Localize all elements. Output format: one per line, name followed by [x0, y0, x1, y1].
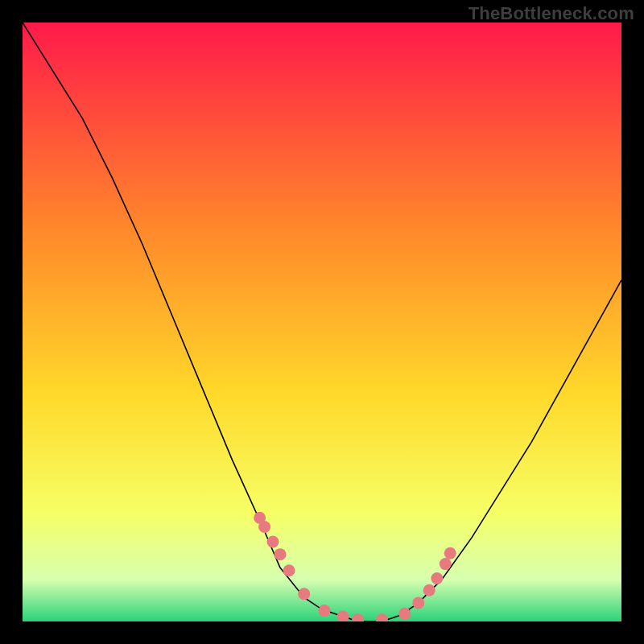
marker-dot	[444, 547, 456, 559]
watermark-text: TheBottleneck.com	[469, 3, 634, 24]
marker-dot	[376, 613, 388, 621]
marker-dot	[352, 613, 364, 621]
marker-dot	[440, 558, 452, 570]
marker-dot	[412, 597, 424, 609]
marker-dot	[337, 611, 349, 621]
highlight-markers	[23, 23, 621, 621]
marker-dot	[298, 588, 310, 600]
marker-dot	[398, 608, 411, 620]
marker-dot	[283, 564, 295, 576]
plot-area	[23, 23, 621, 621]
marker-dot	[258, 521, 270, 533]
marker-dot	[318, 605, 330, 617]
marker-dot	[266, 536, 279, 548]
marker-dot	[423, 584, 436, 597]
marker-dot	[431, 572, 443, 584]
marker-dot	[274, 548, 286, 560]
chart-frame: TheBottleneck.com	[0, 0, 644, 644]
